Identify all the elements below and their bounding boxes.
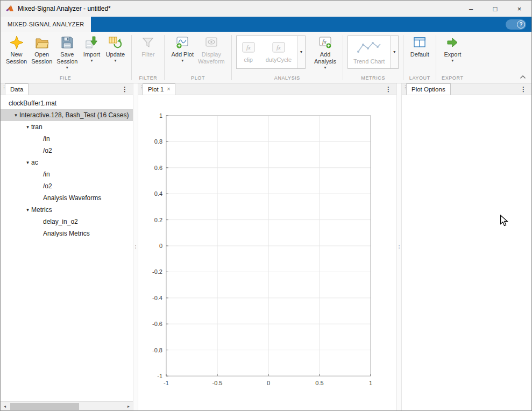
collapse-ribbon-button[interactable] [519, 74, 527, 80]
splitter-left[interactable]: ⋮ [133, 83, 138, 410]
save-disk-icon [60, 35, 74, 49]
save-session-button[interactable]: Save Session ▾ [54, 33, 80, 71]
group-label-layout: LAYOUT [405, 75, 435, 83]
new-session-button[interactable]: New Session [4, 33, 29, 66]
group-separator [164, 35, 165, 80]
import-icon [84, 35, 98, 49]
dutycycle-gallery-item[interactable]: fx dutyCycle [260, 36, 297, 68]
content-area: ⋮ Data ⋮ clockBuffer1.mat ▾Interactive.1… [1, 83, 531, 410]
tab-mixed-signal-analyzer[interactable]: MIXED-SIGNAL ANALYZER [1, 17, 91, 32]
tree-expand-icon[interactable]: ▾ [12, 112, 19, 118]
options-panel-menu-button[interactable]: ⋮ [515, 86, 531, 93]
data-panel-menu-button[interactable]: ⋮ [117, 86, 133, 93]
question-icon: ? [517, 20, 525, 29]
tree-item-delay-in-o2[interactable]: delay_in_o2 [1, 216, 133, 228]
svg-text:0.4: 0.4 [154, 190, 162, 197]
svg-text:1: 1 [369, 380, 372, 386]
group-metrics: Trend Chart ▾ METRICS [344, 32, 402, 83]
import-button[interactable]: Import ▾ [80, 33, 103, 64]
trend-chart-gallery-item[interactable]: Trend Chart [348, 36, 390, 68]
svg-text:-0.5: -0.5 [212, 380, 223, 386]
filter-funnel-icon [141, 35, 155, 49]
tree-expand-icon[interactable]: ▾ [24, 160, 31, 165]
tree-item-analysis-waveforms[interactable]: Analysis Waveforms [1, 192, 133, 204]
ribbon-tab-bar: MIXED-SIGNAL ANALYZER ? [1, 17, 531, 32]
splitter-right[interactable]: ⋮ [396, 83, 402, 410]
tree-item-ac-o2[interactable]: /o2 [1, 180, 133, 192]
title-bar: Mixed-Signal Analyzer - untitled* – □ × [1, 1, 531, 17]
export-arrow-icon [445, 35, 459, 49]
tree-item-clockbuffer[interactable]: clockBuffer1.mat [1, 97, 133, 109]
display-waveform-icon [204, 35, 218, 49]
update-button[interactable]: Update ▾ [103, 33, 127, 64]
minimize-button[interactable]: – [459, 1, 483, 17]
add-plot-button[interactable]: Add Plot ▾ [169, 33, 196, 64]
svg-text:0.2: 0.2 [154, 217, 162, 223]
export-button[interactable]: Export ▾ [441, 33, 464, 64]
analysis-gallery: fx clip fx dutyCycle ▾ [236, 36, 306, 69]
open-session-button[interactable]: Open Session [29, 33, 54, 66]
scrollbar-thumb[interactable] [10, 403, 79, 410]
app-window: Mixed-Signal Analyzer - untitled* – □ × … [0, 0, 532, 411]
tree-item-ac-in[interactable]: /in [1, 168, 133, 180]
plot-panel-menu-button[interactable]: ⋮ [380, 86, 396, 93]
tab-plot-options[interactable]: Plot Options [406, 83, 451, 95]
tree-item-ac[interactable]: ▾ac [1, 157, 133, 168]
tree-item-metrics[interactable]: ▾Metrics [1, 204, 133, 216]
close-button[interactable]: × [507, 1, 531, 17]
add-analysis-button[interactable]: fx Add Analysis ▾ [312, 33, 338, 71]
help-button[interactable]: ? [506, 19, 526, 30]
group-plot: Add Plot ▾ Display Waveform PLOT [166, 32, 230, 83]
group-label-file: FILE [1, 75, 130, 83]
filter-button[interactable]: Filter [136, 33, 160, 59]
window-controls: – □ × [459, 1, 531, 17]
add-plot-icon [175, 35, 189, 49]
group-label-analysis: ANALYSIS [233, 75, 342, 83]
svg-text:0.6: 0.6 [154, 165, 162, 171]
scroll-right-button[interactable]: ▸ [124, 404, 133, 409]
panel-grip-icon[interactable]: ⋮ [139, 85, 144, 89]
tree-item-tran[interactable]: ▾tran [1, 121, 133, 133]
plot-panel: ⋮ Plot 1 × ⋮ -1-0.500.5110.80.60.40.20-0… [138, 83, 396, 410]
plot-options-panel: ⋮ Plot Options ⋮ [402, 83, 531, 410]
default-layout-button[interactable]: Default [408, 33, 431, 59]
tab-data[interactable]: Data [5, 83, 29, 95]
plot-options-body [402, 95, 531, 410]
tree-item-interactive[interactable]: ▾Interactive.128, Bash_Test (16 Cases) [1, 109, 133, 121]
svg-text:0.8: 0.8 [154, 138, 162, 145]
group-label-plot: PLOT [166, 75, 230, 83]
clip-gallery-item[interactable]: fx clip [237, 36, 260, 68]
chevron-down-icon: ▾ [181, 58, 183, 63]
panel-grip-icon[interactable]: ⋮ [403, 85, 408, 89]
panel-grip-icon[interactable]: ⋮ [2, 85, 6, 89]
tree-expand-icon[interactable]: ▾ [24, 207, 31, 212]
tree-item-analysis-metrics[interactable]: Analysis Metrics [1, 228, 133, 239]
chevron-down-icon: ▾ [393, 49, 395, 55]
tab-plot-1[interactable]: Plot 1 × [143, 83, 175, 95]
svg-text:0.5: 0.5 [315, 380, 323, 386]
close-tab-icon[interactable]: × [167, 87, 170, 92]
analysis-gallery-dropdown[interactable]: ▾ [297, 36, 305, 68]
svg-text:-0.2: -0.2 [152, 268, 162, 275]
metrics-gallery-dropdown[interactable]: ▾ [390, 36, 398, 68]
scrollbar-track[interactable] [9, 402, 124, 410]
horizontal-scrollbar[interactable]: ◂ ▸ [1, 401, 133, 410]
display-waveform-button[interactable]: Display Waveform [196, 33, 227, 66]
svg-text:0: 0 [159, 243, 162, 249]
plot-area: -1-0.500.5110.80.60.40.20-0.2-0.4-0.6-0.… [138, 95, 396, 411]
tree-expand-icon[interactable]: ▾ [24, 124, 31, 130]
fx-icon: fx [242, 42, 255, 55]
svg-text:fx: fx [246, 44, 251, 51]
window-title: Mixed-Signal Analyzer - untitled* [18, 5, 111, 12]
svg-text:-0.8: -0.8 [152, 347, 162, 353]
options-panel-header: ⋮ Plot Options ⋮ [402, 83, 531, 95]
chevron-down-icon: ▾ [300, 49, 302, 55]
ribbon-toolbar: New Session Open Session Save Session [1, 32, 531, 83]
group-analysis: fx clip fx dutyCycle ▾ [233, 32, 342, 83]
scroll-left-button[interactable]: ◂ [1, 404, 9, 409]
maximize-button[interactable]: □ [483, 1, 507, 17]
tree-item-tran-o2[interactable]: /o2 [1, 145, 133, 157]
tree-item-tran-in[interactable]: /in [1, 133, 133, 145]
fx-icon: fx [272, 42, 285, 55]
svg-text:-0.6: -0.6 [152, 321, 162, 327]
